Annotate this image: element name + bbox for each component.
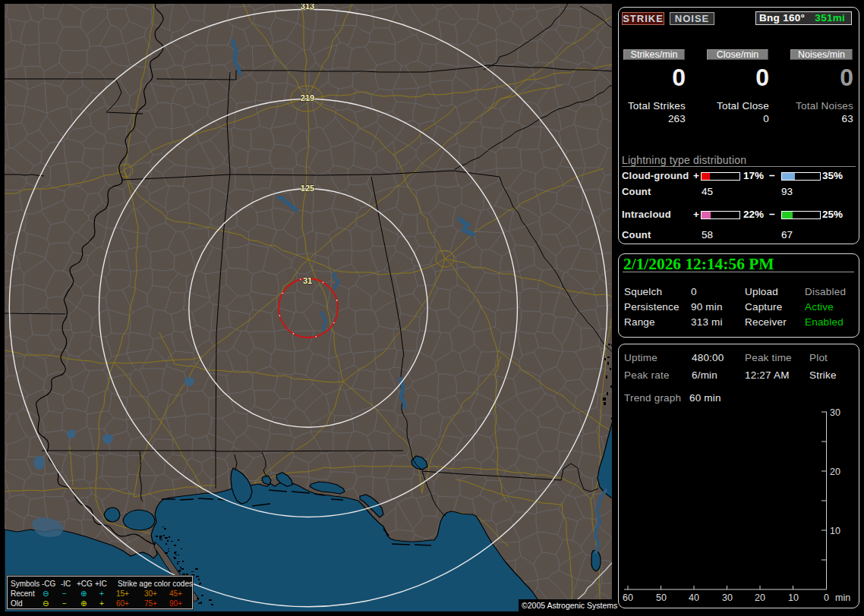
svg-text:10: 10 bbox=[788, 592, 799, 603]
svg-text:219: 219 bbox=[301, 93, 314, 102]
svg-text:31: 31 bbox=[303, 276, 312, 285]
svg-text:20: 20 bbox=[830, 467, 840, 477]
svg-text:60: 60 bbox=[623, 592, 633, 603]
svg-text:125: 125 bbox=[301, 184, 314, 193]
svg-text:20: 20 bbox=[755, 592, 765, 603]
svg-text:min: min bbox=[835, 592, 850, 603]
svg-text:10: 10 bbox=[830, 526, 840, 536]
svg-text:30: 30 bbox=[722, 592, 733, 603]
svg-text:0: 0 bbox=[824, 592, 829, 603]
svg-text:313: 313 bbox=[301, 4, 314, 11]
svg-text:40: 40 bbox=[689, 592, 699, 603]
svg-text:50: 50 bbox=[656, 592, 667, 603]
svg-text:30: 30 bbox=[830, 407, 840, 418]
